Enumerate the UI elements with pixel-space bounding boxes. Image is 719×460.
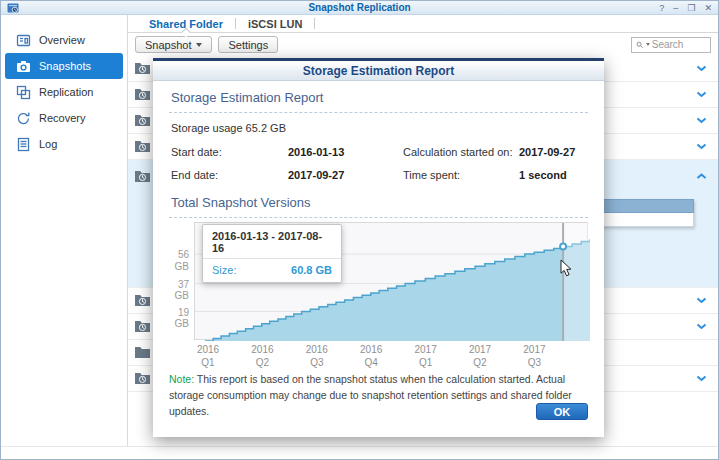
- field-value: 2017-09-27: [288, 169, 403, 181]
- chevron-down-icon[interactable]: [696, 297, 707, 304]
- section-title-storage-report: Storage Estimation Report: [169, 85, 588, 113]
- replication-icon: [16, 85, 31, 100]
- x-tick-label: 2016Q2: [240, 344, 284, 369]
- sidebar-item-label: Snapshots: [39, 60, 91, 72]
- snapshot-folder-icon: [134, 294, 151, 307]
- note-label: Note:: [169, 373, 194, 385]
- window-titlebar[interactable]: Snapshot Replication ? – ❐ ✕: [1, 1, 718, 15]
- sidebar: Overview Snapshots: [1, 15, 128, 446]
- maximize-icon[interactable]: ❐: [687, 2, 695, 14]
- chevron-down-icon[interactable]: [696, 117, 707, 124]
- snapshot-folder-icon: [134, 114, 151, 127]
- tab-separator: [314, 18, 315, 29]
- dialog-title: Storage Estimation Report: [303, 64, 454, 78]
- tab-iscsi-lun[interactable]: iSCSI LUN: [236, 15, 314, 32]
- chevron-down-icon[interactable]: [696, 375, 707, 382]
- tab-label: Shared Folder: [149, 18, 223, 30]
- chevron-down-icon: [196, 43, 202, 47]
- help-icon[interactable]: ?: [659, 2, 664, 14]
- x-tick-label: 2016Q4: [349, 344, 393, 369]
- dialog-titlebar[interactable]: Storage Estimation Report: [153, 61, 604, 81]
- snapshot-folder-icon: [134, 140, 151, 153]
- tab-bar: Shared Folder iSCSI LUN: [128, 15, 718, 33]
- camera-icon: [16, 59, 31, 74]
- tab-label: iSCSI LUN: [248, 18, 302, 30]
- x-tick-label: 2016Q1: [186, 344, 230, 369]
- folder-icon: [134, 346, 151, 359]
- chevron-down-icon[interactable]: [696, 323, 707, 330]
- field-label: Time spent:: [403, 169, 519, 181]
- y-tick-label: 37GB: [175, 279, 189, 302]
- chevron-up-icon[interactable]: [696, 173, 707, 180]
- y-tick-label: 56GB: [175, 249, 189, 272]
- chart-tooltip: 2016-01-13 - 2017-08-16 Size: 60.8 GB: [202, 224, 342, 283]
- field-value: 2016-01-13: [288, 146, 403, 158]
- x-tick-label: 2016Q3: [295, 344, 339, 369]
- close-icon[interactable]: ✕: [704, 2, 712, 14]
- sidebar-item-replication[interactable]: Replication: [5, 79, 123, 105]
- chevron-down-icon[interactable]: [696, 143, 707, 150]
- tooltip-size-label: Size:: [212, 264, 236, 276]
- note-text: This report is based on the snapshot sta…: [169, 373, 572, 417]
- window-title: Snapshot Replication: [1, 2, 718, 13]
- storage-usage-text: Storage usage 65.2 GB: [171, 122, 588, 134]
- chevron-down-icon[interactable]: [696, 91, 707, 98]
- field-value: 2017-09-27: [519, 146, 588, 158]
- sidebar-item-label: Log: [39, 138, 57, 150]
- field-label: End date:: [171, 169, 288, 181]
- settings-button[interactable]: Settings: [218, 36, 278, 53]
- search-box[interactable]: [631, 37, 711, 53]
- minimize-icon[interactable]: –: [673, 2, 678, 14]
- snapshot-folder-icon: [134, 88, 151, 101]
- sidebar-item-recovery[interactable]: Recovery: [5, 105, 123, 131]
- chart-x-labels: 2016Q12016Q22016Q32016Q42017Q12017Q22017…: [194, 340, 591, 363]
- settings-button-label: Settings: [228, 39, 268, 51]
- snapshot-folder-icon: [134, 372, 151, 385]
- recovery-icon: [16, 111, 31, 126]
- x-tick-label: 2017Q2: [458, 344, 502, 369]
- tab-shared-folder[interactable]: Shared Folder: [137, 15, 235, 32]
- chart-y-axis: 56GB37GB19GB: [169, 222, 194, 340]
- y-tick-label: 19GB: [175, 307, 189, 330]
- search-icon: [636, 40, 644, 50]
- x-tick-label: 2017Q3: [512, 344, 556, 369]
- chart-plot[interactable]: 2016-01-13 - 2017-08-16 Size: 60.8 GB: [194, 222, 588, 340]
- section-title-snapshot-versions: Total Snapshot Versions: [169, 190, 588, 218]
- snapshot-button-label: Snapshot: [145, 39, 191, 51]
- sidebar-item-log[interactable]: Log: [5, 131, 123, 157]
- snapshot-dropdown-button[interactable]: Snapshot: [135, 36, 212, 53]
- field-value: 1 second: [519, 169, 588, 181]
- report-fields: Start date: 2016-01-13 Calculation start…: [171, 146, 588, 181]
- sidebar-item-snapshots[interactable]: Snapshots: [5, 53, 123, 79]
- field-label: Calculation started on:: [403, 146, 519, 158]
- field-label: Start date:: [171, 146, 288, 158]
- x-tick-label: 2017Q1: [404, 344, 448, 369]
- ok-button[interactable]: OK: [536, 403, 588, 420]
- overview-icon: [16, 33, 31, 48]
- snapshot-folder-icon: [134, 320, 151, 333]
- sidebar-item-overview[interactable]: Overview: [5, 27, 123, 53]
- app-window: Snapshot Replication ? – ❐ ✕ Overview: [0, 0, 719, 460]
- tooltip-date-range: 2016-01-13 - 2017-08-16: [203, 225, 341, 259]
- tooltip-size-value: 60.8 GB: [291, 264, 332, 276]
- chevron-down-icon: [646, 43, 650, 46]
- chevron-down-icon[interactable]: [696, 65, 707, 72]
- snapshot-folder-icon: [134, 62, 151, 75]
- storage-estimation-dialog: Storage Estimation Report Storage Estima…: [153, 58, 604, 437]
- sidebar-item-label: Overview: [39, 34, 85, 46]
- log-icon: [16, 137, 31, 152]
- sidebar-item-label: Recovery: [39, 112, 85, 124]
- toolbar: Snapshot Settings: [128, 33, 718, 56]
- search-input[interactable]: [652, 39, 706, 50]
- sidebar-item-label: Replication: [39, 86, 93, 98]
- snapshot-folder-icon: [134, 170, 151, 183]
- snapshot-versions-chart: 56GB37GB19GB 2016-01-13 - 2017-08-16 Siz…: [169, 222, 588, 340]
